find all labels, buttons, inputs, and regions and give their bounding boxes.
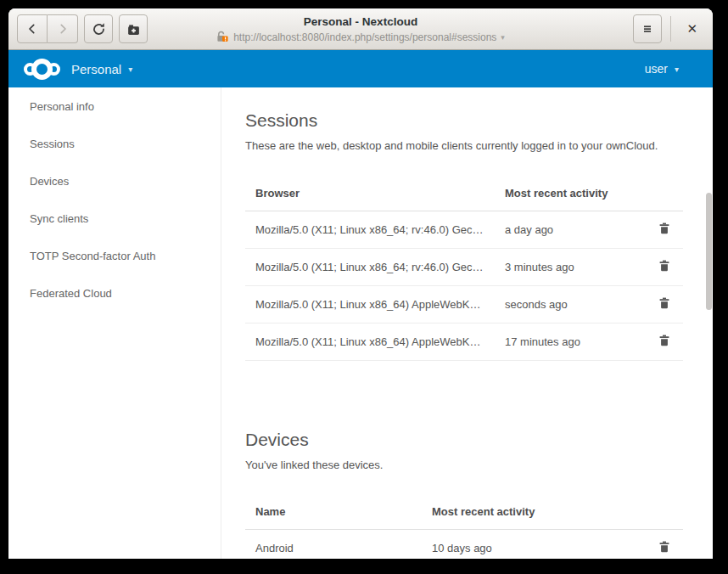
sessions-title: Sessions [245,110,713,132]
delete-session-button[interactable] [658,296,671,310]
session-browser: Mozilla/5.0 (X11; Linux x86_64; rv:46.0)… [245,211,495,248]
menu-button[interactable] [633,14,662,43]
sessions-description: These are the web, desktop and mobile cl… [245,139,713,152]
sessions-section: Sessions These are the web, desktop and … [245,110,713,361]
reload-button[interactable] [84,14,113,43]
url-dropdown-caret-icon[interactable]: ▾ [501,33,505,42]
devices-section: Devices You've linked these devices. Nam… [245,429,713,560]
sidebar-item-federated-cloud[interactable]: Federated Cloud [8,274,221,312]
nav-buttons [17,14,148,43]
app-menu-label: Personal [71,62,121,76]
app-navigation-menu[interactable]: Personal ▾ [71,62,132,76]
devices-description: You've linked these devices. [245,459,713,471]
sidebar-item-devices[interactable]: Devices [8,162,221,200]
device-row: Android 10 days ago [245,530,683,560]
delete-session-button[interactable] [658,334,671,347]
delete-session-button[interactable] [658,259,671,273]
device-name: Android [245,530,422,560]
trash-icon [658,222,671,235]
sidebar-item-sync-clients[interactable]: Sync clients [8,200,221,237]
session-browser: Mozilla/5.0 (X11; Linux x86_64) AppleWeb… [245,285,495,323]
session-browser: Mozilla/5.0 (X11; Linux x86_64) AppleWeb… [245,323,495,360]
session-row: Mozilla/5.0 (X11; Linux x86_64) AppleWeb… [245,285,683,323]
back-button[interactable] [17,14,48,43]
url-bar[interactable]: http://localhost:8080/index.php/settings… [216,31,505,43]
sessions-col-browser: Browser [245,176,495,211]
vertical-scrollbar[interactable] [706,193,712,310]
session-activity: 3 minutes ago [495,248,639,285]
titlebar-separator [670,16,671,42]
session-row: Mozilla/5.0 (X11; Linux x86_64; rv:46.0)… [245,211,683,248]
new-tab-icon [126,22,141,37]
sidebar-item-sessions[interactable]: Sessions [8,125,221,162]
session-browser: Mozilla/5.0 (X11; Linux x86_64; rv:46.0)… [245,248,495,285]
devices-title: Devices [245,429,713,451]
devices-col-name: Name [245,495,422,530]
trash-icon [658,540,671,554]
session-activity: seconds ago [495,285,639,323]
session-row: Mozilla/5.0 (X11; Linux x86_64) AppleWeb… [245,323,683,360]
reload-icon [92,22,106,37]
titlebar-right: ✕ [633,14,704,43]
browser-window: Personal - Nextcloud http://localhost:80… [8,8,713,559]
sidebar-item-personal-info[interactable]: Personal info [8,87,221,125]
new-tab-button[interactable] [119,14,148,43]
app-menu-caret-icon: ▾ [128,65,132,74]
user-menu-label: user [645,62,668,76]
user-menu-caret-icon: ▾ [675,65,679,74]
back-icon [25,22,39,36]
sessions-table: Browser Most recent activity Mozilla/5.0… [245,176,683,361]
devices-header-row: Name Most recent activity [245,495,683,530]
sessions-header-row: Browser Most recent activity [245,176,683,211]
delete-session-button[interactable] [658,222,671,235]
delete-device-button[interactable] [658,540,671,554]
hamburger-icon [641,22,654,36]
browser-titlebar: Personal - Nextcloud http://localhost:80… [8,8,713,50]
devices-table: Name Most recent activity Android 10 day… [245,495,683,560]
sidebar-item-totp[interactable]: TOTP Second-factor Auth [8,237,221,274]
window-title: Personal - Nextcloud [304,14,417,29]
url-text: http://localhost:8080/index.php/settings… [233,31,496,43]
user-menu[interactable]: user ▾ [645,62,679,76]
settings-body: Personal info Sessions Devices Sync clie… [8,87,713,559]
trash-icon [658,296,671,310]
session-activity: a day ago [495,211,639,248]
session-row: Mozilla/5.0 (X11; Linux x86_64; rv:46.0)… [245,248,683,285]
nextcloud-header: Personal ▾ user ▾ [8,50,713,87]
nextcloud-logo-icon [24,59,60,80]
devices-col-activity: Most recent activity [422,495,639,530]
settings-content: Sessions These are the web, desktop and … [221,87,713,559]
trash-icon [658,259,671,273]
session-activity: 17 minutes ago [495,323,639,360]
history-nav-group [17,14,78,43]
forward-icon [56,22,70,36]
insecure-lock-icon [216,31,229,43]
settings-sidebar: Personal info Sessions Devices Sync clie… [8,87,221,559]
close-window-button[interactable]: ✕ [680,18,704,40]
device-activity: 10 days ago [422,530,639,560]
sessions-col-activity: Most recent activity [495,176,639,211]
trash-icon [658,334,671,347]
forward-button[interactable] [48,14,78,43]
